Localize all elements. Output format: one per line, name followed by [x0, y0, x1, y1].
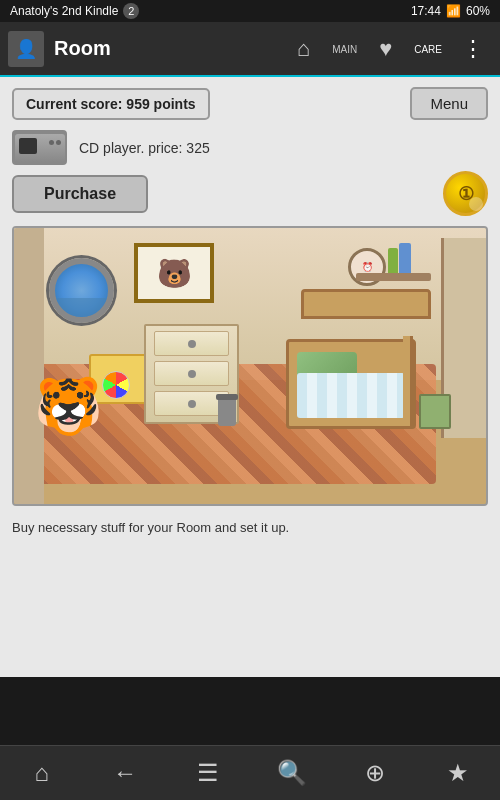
room-illustration: 🐻 ⏰ — [12, 226, 488, 506]
item-row: CD player. price: 325 — [12, 130, 488, 165]
status-left: Anatoly's 2nd Kindle 2 — [10, 3, 139, 19]
bottom-home-button[interactable]: ⌂ — [17, 751, 67, 795]
time-display: 17:44 — [411, 4, 441, 18]
ball-toy — [102, 371, 130, 399]
shelf-item-1 — [399, 243, 411, 273]
notification-badge: 2 — [123, 3, 139, 19]
tiger-toy: 🐯 — [34, 379, 103, 434]
bottom-back-button[interactable]: ← — [100, 751, 150, 795]
cd-player-image — [12, 130, 67, 165]
nav-heart-button[interactable]: ♥ — [369, 32, 402, 66]
menu-button[interactable]: Menu — [410, 87, 488, 120]
nav-bar: 👤 Room ⌂ MAIN ♥ CARE ⋮ — [0, 22, 500, 77]
score-badge: Current score: 959 points — [12, 88, 210, 120]
picture-frame: 🐻 — [134, 243, 214, 303]
bottom-star-icon: ★ — [447, 759, 469, 787]
bed — [286, 314, 431, 429]
avatar: 👤 — [8, 31, 44, 67]
trash-bin — [218, 400, 236, 426]
status-right: 17:44 📶 60% — [411, 4, 490, 18]
cd-buttons — [49, 140, 61, 145]
item-description: CD player. price: 325 — [79, 140, 210, 156]
bottom-menu-icon: ☰ — [197, 759, 219, 787]
nav-icons: ⌂ MAIN ♥ CARE ⋮ — [287, 32, 492, 66]
bed-frame — [286, 339, 416, 429]
nav-more-button[interactable]: ⋮ — [454, 32, 492, 66]
nav-care-button[interactable]: CARE — [404, 39, 452, 59]
shelf — [356, 273, 431, 281]
nav-main-button[interactable]: MAIN — [322, 39, 367, 59]
porthole-window — [49, 258, 114, 323]
main-content: Current score: 959 points Menu CD player… — [0, 77, 500, 677]
bottom-search-button[interactable]: 🔍 — [267, 751, 317, 795]
bottom-menu-button[interactable]: ☰ — [183, 751, 233, 795]
purchase-button[interactable]: Purchase — [12, 175, 148, 213]
home-icon: ⌂ — [297, 36, 310, 62]
battery-display: 60% — [466, 4, 490, 18]
purchase-row: Purchase ① — [12, 171, 488, 216]
page-title: Room — [54, 37, 287, 60]
cd-body — [15, 134, 65, 162]
bottom-back-icon: ← — [113, 759, 137, 787]
bottom-home-icon: ⌂ — [34, 759, 49, 787]
shelf-item-2 — [388, 248, 398, 273]
nav-home-button[interactable]: ⌂ — [287, 32, 320, 66]
main-label: MAIN — [332, 44, 357, 55]
heart-icon: ♥ — [379, 36, 392, 62]
bottom-nav-bar: ⌂ ← ☰ 🔍 ⊕ ★ — [0, 745, 500, 800]
bed-blanket — [297, 373, 405, 418]
bottom-search-icon: 🔍 — [277, 759, 307, 787]
bed-stool — [419, 394, 451, 429]
coin-symbol: ① — [458, 183, 474, 205]
bottom-star-button[interactable]: ★ — [433, 751, 483, 795]
dresser-drawer-2 — [154, 361, 229, 386]
app-name: Anatoly's 2nd Kindle — [10, 4, 118, 18]
bottom-globe-button[interactable]: ⊕ — [350, 751, 400, 795]
room-wall-left — [14, 228, 44, 504]
care-label: CARE — [414, 44, 442, 55]
score-row: Current score: 959 points Menu — [12, 87, 488, 120]
cd-display — [19, 138, 37, 154]
bed-footboard — [403, 336, 413, 426]
status-bar: Anatoly's 2nd Kindle 2 17:44 📶 60% — [0, 0, 500, 22]
room-description: Buy necessary stuff for your Room and se… — [12, 516, 488, 539]
bed-headboard — [301, 289, 431, 319]
dresser-drawer-1 — [154, 331, 229, 356]
coin-icon: ① — [443, 171, 488, 216]
bottom-globe-icon: ⊕ — [365, 759, 385, 787]
wifi-icon: 📶 — [446, 4, 461, 18]
